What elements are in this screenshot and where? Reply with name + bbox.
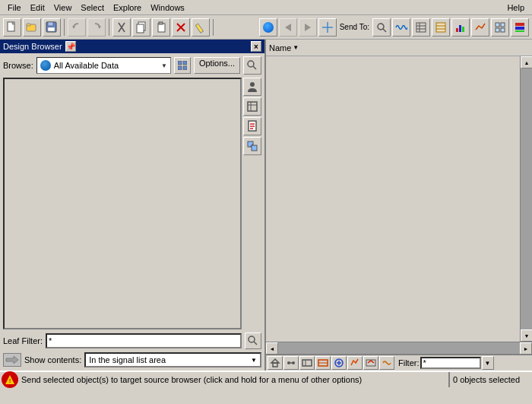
status-icon: ! (2, 371, 18, 388)
svg-rect-3 (27, 24, 30, 26)
filter-dropdown-button[interactable]: ▼ (482, 356, 494, 370)
rb-btn-6[interactable] (347, 356, 363, 370)
rb-btn-2[interactable] (283, 356, 299, 370)
show-contents-value: In the signal list area (89, 355, 248, 364)
filter-input[interactable] (420, 357, 481, 369)
search-icon-button[interactable] (243, 56, 261, 75)
h-scroll-track[interactable] (278, 342, 520, 354)
redo-button[interactable] (87, 18, 106, 37)
svg-rect-40 (515, 30, 524, 32)
menu-windows[interactable]: Windows (146, 2, 189, 13)
main-toolbar: Send To: (0, 15, 532, 40)
svg-rect-38 (515, 23, 524, 26)
wave-button[interactable] (392, 18, 410, 37)
copy-button[interactable] (132, 18, 150, 37)
undo-button[interactable] (68, 18, 86, 37)
table1-button[interactable] (412, 18, 430, 37)
scroll-left-button[interactable]: ◄ (266, 342, 278, 355)
name-sort-button[interactable]: Name ▼ (269, 43, 299, 52)
rb-btn-7[interactable] (363, 356, 378, 370)
svg-point-58 (249, 336, 255, 342)
menu-select[interactable]: Select (76, 2, 109, 13)
sendto-label: Send To: (338, 23, 371, 31)
grid-button[interactable] (491, 18, 509, 37)
svg-rect-44 (183, 66, 187, 70)
scroll-right-button[interactable]: ► (520, 342, 532, 355)
forward-button[interactable] (299, 18, 317, 37)
svg-rect-37 (501, 28, 505, 32)
pencil-button[interactable] (192, 18, 210, 37)
rb-btn-1[interactable] (268, 356, 283, 370)
leaf-search-button[interactable] (245, 332, 261, 349)
browse-label: Browse: (3, 61, 33, 70)
scroll-down-button[interactable]: ▼ (521, 329, 532, 342)
svg-marker-8 (98, 26, 101, 29)
delete-button[interactable] (172, 18, 190, 37)
leaf-filter-input[interactable] (46, 333, 242, 348)
menu-file[interactable]: File (3, 2, 26, 13)
paste-button[interactable] (152, 18, 170, 37)
sidebar-btn-4[interactable] (243, 137, 261, 155)
svg-marker-19 (305, 24, 311, 31)
svg-rect-17 (195, 24, 203, 33)
menu-edit[interactable]: Edit (26, 2, 49, 13)
browse-select[interactable]: All Available Data ▼ (36, 57, 171, 74)
browse-value: All Available Data (54, 61, 158, 70)
scroll-up-button[interactable]: ▲ (521, 56, 532, 68)
browse-grid-button[interactable] (174, 57, 191, 74)
chart2-button[interactable] (471, 18, 489, 37)
menu-explore[interactable]: Explore (109, 2, 146, 13)
menu-help[interactable]: Help (502, 2, 529, 13)
pin-button[interactable]: 📌 (65, 41, 76, 52)
svg-rect-36 (496, 28, 499, 32)
show-contents-select[interactable]: In the signal list area ▼ (84, 352, 261, 367)
crosshair-button[interactable] (318, 18, 337, 37)
sidebar-btn-2[interactable] (243, 97, 261, 116)
table2-button[interactable] (432, 18, 450, 37)
design-browser-titlebar: Design Browser 📌 × (0, 40, 264, 53)
sidebar-btn-1[interactable] (243, 78, 261, 96)
sidebar-btn-3[interactable] (243, 117, 261, 135)
name-label: Name (269, 43, 291, 52)
menu-view[interactable]: View (49, 2, 77, 13)
browser-list[interactable] (3, 78, 242, 329)
right-bottom-toolbar: Filter: ▼ (266, 354, 532, 371)
globe-button[interactable] (259, 18, 277, 37)
rb-btn-3[interactable] (299, 356, 315, 370)
options-button[interactable]: Options... (194, 57, 240, 74)
right-scroll-area: ▲ ▼ (266, 56, 532, 342)
svg-point-64 (292, 361, 295, 364)
main-area: Design Browser 📌 × Browse: All Available… (0, 40, 532, 371)
svg-marker-18 (285, 24, 291, 31)
bars-button[interactable] (511, 18, 529, 37)
status-bar: ! Send selected object(s) to target sour… (0, 371, 532, 387)
horizontal-scrollbar[interactable]: ◄ ► (266, 342, 532, 354)
sendto-search-button[interactable] (372, 18, 391, 37)
leaf-filter-label: Leaf Filter: (3, 336, 43, 345)
browse-dropdown-arrow: ▼ (161, 62, 167, 69)
leaf-filter-row: Leaf Filter: (0, 331, 264, 351)
new-button[interactable] (3, 18, 21, 37)
svg-line-23 (383, 29, 386, 32)
browser-list-content (5, 79, 240, 328)
browser-content (0, 76, 264, 331)
chart1-button[interactable] (451, 18, 470, 37)
rb-btn-4[interactable] (315, 356, 331, 370)
rb-btn-5[interactable] (331, 356, 347, 370)
svg-marker-7 (72, 26, 75, 29)
browse-row: Browse: All Available Data ▼ Options... (0, 53, 264, 76)
design-browser-title: Design Browser (3, 42, 62, 51)
open-button[interactable] (23, 18, 41, 37)
rb-btn-8[interactable] (379, 356, 394, 370)
close-button[interactable]: × (251, 41, 261, 52)
scroll-track[interactable] (521, 68, 532, 329)
svg-rect-6 (48, 27, 55, 31)
browser-sidebar (242, 76, 263, 331)
svg-point-63 (287, 361, 290, 364)
cut-button[interactable] (112, 18, 131, 37)
vertical-scrollbar[interactable]: ▲ ▼ (520, 56, 532, 342)
show-arrow-icon (3, 353, 21, 367)
show-contents-row: Show contents: In the signal list area ▼ (0, 351, 264, 371)
save-button[interactable] (43, 18, 61, 37)
back-button[interactable] (279, 18, 297, 37)
